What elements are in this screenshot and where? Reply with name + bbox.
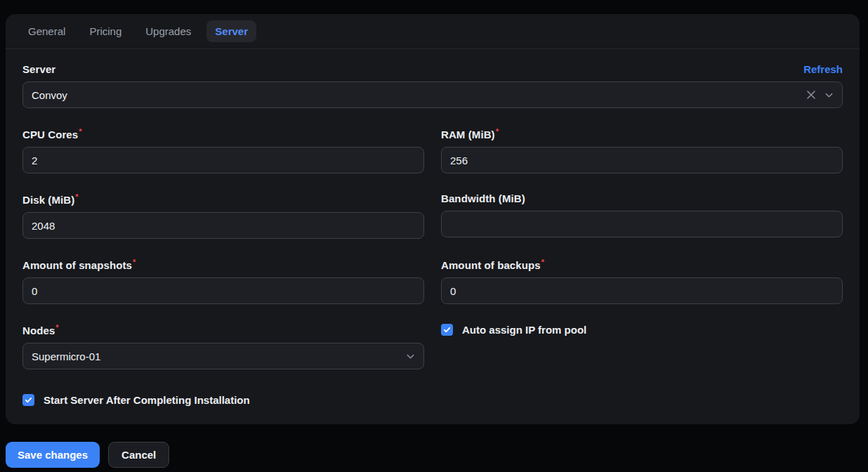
start-server-label: Start Server After Completing Installati… [44, 394, 250, 406]
snapshots-label: Amount of snapshots* [22, 258, 136, 271]
chevron-down-icon[interactable] [406, 352, 415, 361]
backups-field: Amount of backups* [441, 258, 843, 304]
tab-server[interactable]: Server [206, 20, 256, 42]
cpu-cores-input[interactable] [22, 147, 424, 173]
tab-upgrades[interactable]: Upgrades [137, 20, 199, 42]
disk-label: Disk (MiB)* [22, 192, 79, 206]
snapshots-input[interactable] [22, 277, 424, 304]
tab-pricing[interactable]: Pricing [81, 20, 130, 42]
cancel-button[interactable]: Cancel [108, 442, 169, 468]
panel-body: Server Refresh Convoy [6, 49, 860, 424]
required-asterisk: * [55, 323, 58, 332]
save-changes-button[interactable]: Save changes [6, 442, 100, 468]
nodes-label: Nodes* [22, 323, 59, 336]
backups-input[interactable] [441, 277, 843, 304]
required-asterisk: * [541, 258, 544, 266]
ram-label: RAM (MiB)* [441, 127, 499, 140]
chevron-down-icon[interactable] [824, 91, 834, 100]
auto-assign-ip-checkbox-row[interactable]: Auto assign IP from pool [441, 324, 843, 336]
nodes-field: Nodes* Supermicro-01 [22, 323, 424, 369]
disk-field: Disk (MiB)* [22, 192, 424, 239]
checkbox-checked-icon[interactable] [22, 394, 34, 406]
bandwidth-label: Bandwidth (MiB) [441, 192, 525, 204]
nodes-select[interactable]: Supermicro-01 [22, 343, 424, 369]
tab-bar: General Pricing Upgrades Server [6, 14, 860, 48]
form-actions: Save changes Cancel [6, 442, 169, 468]
bandwidth-input[interactable] [441, 211, 843, 237]
required-asterisk: * [79, 127, 81, 136]
clear-icon[interactable] [806, 90, 816, 100]
disk-input[interactable] [22, 212, 424, 239]
cpu-cores-field: CPU Cores* [22, 127, 424, 173]
ram-field: RAM (MiB)* [441, 127, 843, 173]
tab-general[interactable]: General [20, 20, 74, 42]
bandwidth-field: Bandwidth (MiB) [441, 192, 843, 237]
cpu-cores-label: CPU Cores* [22, 127, 82, 140]
start-server-checkbox-row[interactable]: Start Server After Completing Installati… [22, 394, 843, 406]
nodes-select-value: Supermicro-01 [32, 350, 406, 362]
snapshots-field: Amount of snapshots* [22, 258, 424, 304]
checkbox-checked-icon[interactable] [441, 324, 453, 336]
server-settings-panel: General Pricing Upgrades Server Server R… [6, 14, 860, 424]
server-select[interactable]: Convoy [22, 81, 843, 108]
ram-input[interactable] [441, 147, 843, 173]
server-select-value: Convoy [32, 89, 806, 101]
required-asterisk: * [133, 258, 136, 266]
server-label: Server [22, 63, 55, 75]
required-asterisk: * [496, 127, 499, 136]
auto-assign-ip-label: Auto assign IP from pool [462, 324, 586, 336]
refresh-link[interactable]: Refresh [803, 63, 843, 75]
backups-label: Amount of backups* [441, 258, 544, 271]
server-field: Server Refresh Convoy [22, 63, 843, 108]
required-asterisk: * [75, 192, 78, 201]
